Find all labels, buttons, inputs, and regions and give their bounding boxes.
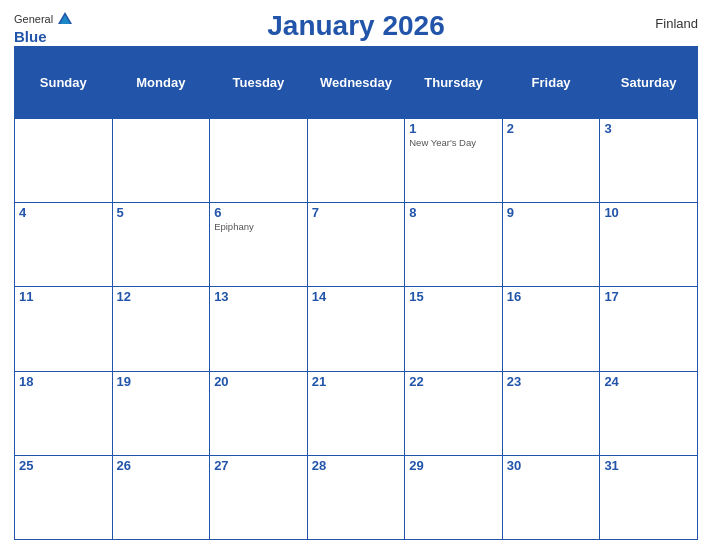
day-number: 25: [19, 458, 108, 473]
header-saturday: Saturday: [600, 47, 698, 119]
day-number: 6: [214, 205, 303, 220]
table-row: 15: [405, 287, 503, 371]
table-row: 30: [502, 455, 600, 539]
day-number: 21: [312, 374, 401, 389]
day-number: 5: [117, 205, 206, 220]
header-tuesday: Tuesday: [210, 47, 308, 119]
table-row: 3: [600, 119, 698, 203]
table-row: 4: [15, 203, 113, 287]
table-row: 13: [210, 287, 308, 371]
logo-blue: Blue: [14, 28, 47, 45]
table-row: 2: [502, 119, 600, 203]
day-number: 30: [507, 458, 596, 473]
header-thursday: Thursday: [405, 47, 503, 119]
table-row: 26: [112, 455, 210, 539]
calendar-week-row: 11121314151617: [15, 287, 698, 371]
day-number: 8: [409, 205, 498, 220]
calendar-week-row: 456Epiphany78910: [15, 203, 698, 287]
table-row: [112, 119, 210, 203]
day-number: 27: [214, 458, 303, 473]
table-row: 9: [502, 203, 600, 287]
day-number: 13: [214, 289, 303, 304]
calendar-week-row: 25262728293031: [15, 455, 698, 539]
table-row: 21: [307, 371, 405, 455]
day-number: 26: [117, 458, 206, 473]
calendar-page: General Blue January 2026 Finland Sunday…: [0, 0, 712, 550]
day-number: 29: [409, 458, 498, 473]
table-row: 29: [405, 455, 503, 539]
table-row: 16: [502, 287, 600, 371]
header-sunday: Sunday: [15, 47, 113, 119]
table-row: 5: [112, 203, 210, 287]
header-wednesday: Wednesday: [307, 47, 405, 119]
logo: General Blue: [14, 10, 74, 45]
table-row: 14: [307, 287, 405, 371]
day-number: 2: [507, 121, 596, 136]
country-label: Finland: [655, 16, 698, 31]
day-number: 7: [312, 205, 401, 220]
day-number: 16: [507, 289, 596, 304]
table-row: 27: [210, 455, 308, 539]
table-row: 10: [600, 203, 698, 287]
table-row: 31: [600, 455, 698, 539]
logo-icon: [56, 10, 74, 28]
holiday-label: Epiphany: [214, 221, 303, 232]
table-row: [210, 119, 308, 203]
day-number: 28: [312, 458, 401, 473]
day-number: 23: [507, 374, 596, 389]
day-number: 4: [19, 205, 108, 220]
day-number: 19: [117, 374, 206, 389]
day-number: 24: [604, 374, 693, 389]
day-number: 17: [604, 289, 693, 304]
table-row: 28: [307, 455, 405, 539]
month-title: January 2026: [267, 10, 444, 42]
day-number: 9: [507, 205, 596, 220]
table-row: 8: [405, 203, 503, 287]
day-number: 10: [604, 205, 693, 220]
table-row: 11: [15, 287, 113, 371]
holiday-label: New Year's Day: [409, 137, 498, 148]
table-row: 7: [307, 203, 405, 287]
day-number: 14: [312, 289, 401, 304]
calendar-week-row: 18192021222324: [15, 371, 698, 455]
table-row: [15, 119, 113, 203]
table-row: 1New Year's Day: [405, 119, 503, 203]
weekday-header-row: Sunday Monday Tuesday Wednesday Thursday…: [15, 47, 698, 119]
table-row: 25: [15, 455, 113, 539]
table-row: [307, 119, 405, 203]
day-number: 22: [409, 374, 498, 389]
day-number: 1: [409, 121, 498, 136]
table-row: 6Epiphany: [210, 203, 308, 287]
header-friday: Friday: [502, 47, 600, 119]
table-row: 20: [210, 371, 308, 455]
calendar-table: Sunday Monday Tuesday Wednesday Thursday…: [14, 46, 698, 540]
table-row: 17: [600, 287, 698, 371]
calendar-header: General Blue January 2026 Finland: [14, 10, 698, 42]
table-row: 23: [502, 371, 600, 455]
table-row: 22: [405, 371, 503, 455]
day-number: 3: [604, 121, 693, 136]
table-row: 18: [15, 371, 113, 455]
day-number: 31: [604, 458, 693, 473]
day-number: 20: [214, 374, 303, 389]
day-number: 11: [19, 289, 108, 304]
day-number: 15: [409, 289, 498, 304]
day-number: 18: [19, 374, 108, 389]
header-monday: Monday: [112, 47, 210, 119]
day-number: 12: [117, 289, 206, 304]
logo-general: General: [14, 13, 53, 25]
table-row: 24: [600, 371, 698, 455]
table-row: 12: [112, 287, 210, 371]
calendar-week-row: 1New Year's Day23: [15, 119, 698, 203]
table-row: 19: [112, 371, 210, 455]
